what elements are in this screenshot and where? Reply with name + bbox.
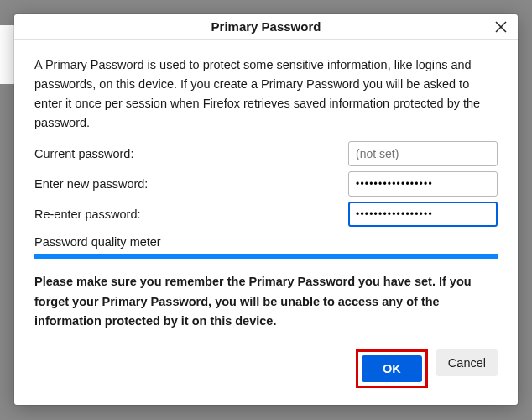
close-button[interactable]	[493, 18, 509, 35]
password-quality-meter	[34, 254, 498, 259]
new-password-label: Enter new password:	[34, 177, 348, 191]
ok-button[interactable]: OK	[362, 355, 422, 382]
reenter-password-input[interactable]: •••••••••••••••••	[348, 202, 498, 227]
ok-highlight-box: OK	[356, 349, 428, 388]
cancel-button[interactable]: Cancel	[436, 349, 498, 376]
primary-password-dialog: Primary Password A Primary Password is u…	[14, 14, 518, 405]
close-icon	[495, 21, 507, 33]
dialog-footer: OK Cancel	[14, 339, 518, 405]
dialog-description: A Primary Password is used to protect so…	[34, 55, 498, 134]
current-password-input[interactable]: (not set)	[348, 141, 498, 166]
reenter-password-label: Re-enter password:	[34, 207, 348, 221]
warning-text: Please make sure you remember the Primar…	[34, 272, 498, 331]
new-password-row: Enter new password: •••••••••••••••••	[34, 171, 498, 197]
reenter-password-row: Re-enter password: •••••••••••••••••	[34, 202, 498, 227]
new-password-input[interactable]: •••••••••••••••••	[348, 171, 498, 197]
dialog-body: A Primary Password is used to protect so…	[14, 40, 518, 339]
current-password-label: Current password:	[34, 147, 348, 160]
dialog-title: Primary Password	[211, 19, 321, 34]
dialog-header: Primary Password	[14, 14, 518, 40]
password-quality-label: Password quality meter	[34, 235, 498, 249]
current-password-row: Current password: (not set)	[34, 141, 498, 166]
